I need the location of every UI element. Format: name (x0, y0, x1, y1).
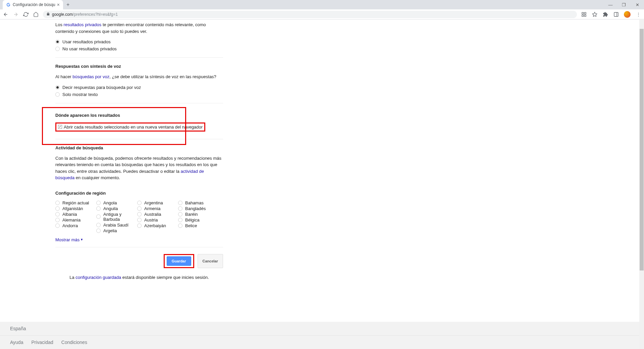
radio-icon (137, 212, 142, 216)
svg-rect-3 (584, 15, 586, 16)
url-domain: google.com (52, 12, 73, 17)
svg-rect-6 (614, 12, 618, 16)
radio-icon (96, 206, 101, 211)
open-new-window-checkbox[interactable]: Abrir cada resultado seleccionado en una… (58, 124, 203, 130)
radio-icon (96, 223, 101, 227)
activity-desc: Con la actividad de búsqueda, podemos of… (55, 155, 223, 181)
activity-title: Actividad de búsqueda (55, 145, 223, 150)
back-button[interactable] (3, 11, 9, 17)
forward-button[interactable] (13, 11, 19, 17)
region-option[interactable]: Albania (55, 212, 96, 217)
voice-desc: Al hacer búsquedas por voz, ¿se debe uti… (55, 73, 223, 80)
radio-icon (55, 40, 60, 44)
extensions-icon[interactable] (602, 11, 608, 17)
scrollbar[interactable] (639, 19, 644, 280)
star-icon[interactable] (592, 11, 598, 17)
saved-config-link[interactable]: configuración guardada (75, 275, 121, 280)
footer-note: La configuración guardada estará disponi… (55, 275, 223, 280)
checkbox-icon (58, 125, 62, 129)
save-button[interactable]: Guardar (167, 256, 191, 266)
region-option[interactable]: Anguila (96, 206, 137, 211)
radio-icon (55, 47, 60, 51)
radio-icon (178, 212, 182, 216)
caret-down-icon: ▼ (80, 238, 83, 241)
buttons-row: Guardar Cancelar (55, 254, 223, 271)
url-bar[interactable]: google.com/preferences?hl=es&fg=1 (43, 11, 577, 18)
lock-icon (46, 12, 50, 17)
scrollbar-thumb[interactable] (640, 29, 644, 270)
browser-tab[interactable]: Configuración de búsqueda × (3, 0, 63, 9)
new-tab-button[interactable]: + (66, 2, 69, 8)
region-option[interactable]: Australia (137, 212, 178, 217)
radio-icon (55, 92, 60, 97)
radio-use-private[interactable]: Usar resultados privados (55, 39, 223, 44)
radio-icon (96, 214, 101, 219)
results-where-title: Dónde aparecen los resultados (55, 113, 223, 118)
annotation-highlight-save: Guardar (164, 254, 194, 268)
annotation-highlight-checkbox: Abrir cada resultado seleccionado en una… (55, 122, 205, 132)
svg-marker-5 (592, 12, 597, 16)
svg-rect-2 (584, 12, 586, 14)
region-option[interactable]: Región actual (55, 200, 96, 205)
voice-section-title: Respuestas con síntesis de voz (55, 64, 223, 69)
nav-bar: google.com/preferences?hl=es&fg=1 ⋮ (0, 9, 644, 19)
page-content: Los resultados privados te permiten enco… (0, 19, 500, 280)
private-results-desc: Los resultados privados te permiten enco… (55, 21, 223, 35)
radio-icon (96, 229, 101, 233)
close-icon[interactable]: ✕ (631, 0, 644, 9)
region-option[interactable]: Belice (178, 223, 219, 228)
menu-icon[interactable]: ⋮ (635, 11, 641, 17)
region-option[interactable]: Bahamas (178, 200, 219, 205)
region-option[interactable]: Afganistán (55, 206, 96, 211)
radio-icon (137, 218, 142, 222)
radio-no-private[interactable]: No usar resultados privados (55, 46, 223, 51)
google-favicon-icon (6, 2, 11, 7)
home-button[interactable] (33, 11, 39, 17)
radio-icon (55, 212, 60, 216)
region-grid: Región actualAfganistánAlbaniaAlemaniaAn… (55, 200, 223, 234)
radio-icon (178, 223, 182, 228)
radio-icon (55, 223, 60, 228)
region-option[interactable]: Azerbaiyán (137, 223, 178, 228)
region-option[interactable]: Alemania (55, 217, 96, 222)
radio-icon (178, 218, 182, 222)
radio-icon (137, 201, 142, 205)
reload-button[interactable] (23, 11, 29, 17)
region-option[interactable]: Argelia (96, 228, 137, 233)
window-controls: — ❐ ✕ (604, 0, 644, 9)
tab-title: Configuración de búsqueda (13, 2, 55, 7)
side-panel-icon[interactable] (613, 11, 619, 17)
region-option[interactable]: Andorra (55, 223, 96, 228)
radio-icon (55, 201, 60, 205)
voice-search-link[interactable]: búsquedas por voz (72, 74, 109, 79)
show-more-regions[interactable]: Mostrar más ▼ (55, 237, 83, 242)
minimize-icon[interactable]: — (604, 0, 617, 9)
tab-close-icon[interactable]: × (57, 2, 60, 7)
region-option[interactable]: Armenia (137, 206, 178, 211)
radio-icon (55, 206, 60, 211)
region-option[interactable]: Bélgica (178, 217, 219, 222)
radio-icon (178, 201, 182, 205)
cancel-button[interactable]: Cancelar (198, 254, 223, 268)
region-option[interactable]: Angola (96, 200, 137, 205)
nav-right: ⋮ (581, 11, 641, 18)
svg-rect-1 (582, 12, 584, 14)
region-title: Configuración de región (55, 191, 223, 196)
region-option[interactable]: Bangladés (178, 206, 219, 211)
url-path: /preferences?hl=es&fg=1 (73, 12, 118, 17)
region-option[interactable]: Argentina (137, 200, 178, 205)
private-results-link[interactable]: resultados privados (64, 22, 102, 27)
svg-rect-4 (582, 15, 584, 16)
maximize-icon[interactable]: ❐ (617, 0, 631, 9)
radio-icon (55, 218, 60, 222)
radio-icon (178, 206, 182, 211)
radio-show-text[interactable]: Solo mostrar texto (55, 92, 223, 97)
radio-icon (137, 206, 142, 211)
radio-speak-answers[interactable]: Decir respuestas para búsqueda por voz (55, 85, 223, 90)
reading-list-icon[interactable] (581, 11, 587, 17)
region-option[interactable]: Austria (137, 217, 178, 222)
profile-avatar[interactable] (624, 11, 631, 18)
region-option[interactable]: Antigua y Barbuda (96, 212, 137, 222)
region-option[interactable]: Arabia Saudí (96, 222, 137, 228)
region-option[interactable]: Baréin (178, 212, 219, 217)
